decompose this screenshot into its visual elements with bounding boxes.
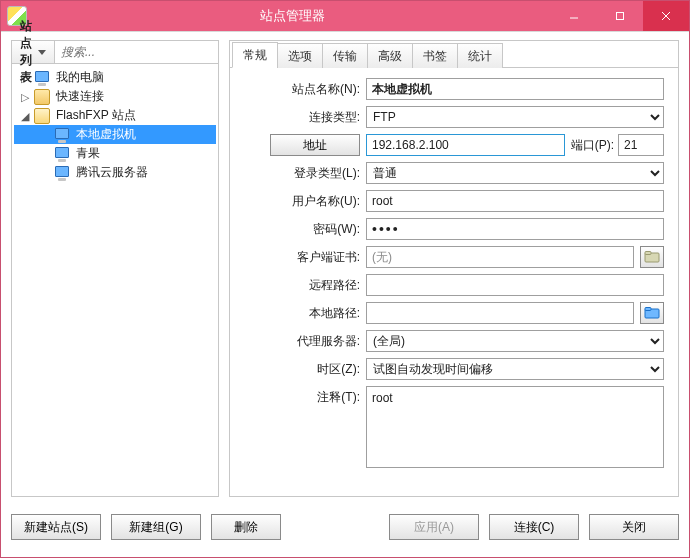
minimize-icon: [569, 11, 579, 21]
apply-button[interactable]: 应用(A): [389, 514, 479, 540]
folder-open-icon: [34, 108, 50, 124]
timezone-select[interactable]: 试图自动发现时间偏移: [366, 358, 664, 380]
site-manager-window: 站点管理器 站点列表: [0, 0, 690, 558]
port-input[interactable]: [618, 134, 664, 156]
computer-icon: [54, 127, 70, 143]
close-icon: [661, 11, 671, 21]
password-input[interactable]: [366, 218, 664, 240]
tree-label: 青果: [74, 144, 102, 163]
delete-button[interactable]: 删除: [211, 514, 281, 540]
tab-advanced[interactable]: 高级: [367, 43, 413, 68]
close-button[interactable]: [643, 1, 689, 31]
tree-node-local-vm[interactable]: 本地虚拟机: [14, 125, 216, 144]
tree-node-qingguo[interactable]: 青果: [14, 144, 216, 163]
window-controls: [551, 1, 689, 31]
site-list-dropdown[interactable]: 站点列表: [12, 41, 55, 63]
tab-options[interactable]: 选项: [277, 43, 323, 68]
notes-textarea[interactable]: [366, 386, 664, 468]
chevron-down-icon: [38, 50, 46, 55]
local-path-label: 本地路径:: [230, 305, 366, 322]
window-body: 站点列表 ▷ 我的电脑 ▷ 快速连接: [1, 31, 689, 557]
address-input[interactable]: [366, 134, 565, 156]
footer: 新建站点(S) 新建组(G) 删除 应用(A) 连接(C) 关闭: [11, 497, 679, 547]
site-tree[interactable]: ▷ 我的电脑 ▷ 快速连接 ◢ FlashFXP 站点: [11, 64, 219, 497]
client-cert-input: [366, 246, 634, 268]
tree-node-tencent[interactable]: 腾讯云服务器: [14, 163, 216, 182]
maximize-button[interactable]: [597, 1, 643, 31]
site-name-label: 站点名称(N):: [230, 81, 366, 98]
left-panel-header: 站点列表: [11, 40, 219, 64]
connect-button[interactable]: 连接(C): [489, 514, 579, 540]
site-name-input[interactable]: [366, 78, 664, 100]
client-cert-browse-button[interactable]: [640, 246, 664, 268]
expand-toggle[interactable]: ◢: [16, 107, 34, 125]
client-cert-label: 客户端证书:: [230, 249, 366, 266]
tab-transfer[interactable]: 传输: [322, 43, 368, 68]
window-title: 站点管理器: [33, 7, 551, 25]
computer-icon: [54, 146, 70, 162]
tree-node-flashfxp[interactable]: ◢ FlashFXP 站点: [14, 106, 216, 125]
folder-icon: [34, 89, 50, 105]
search-input[interactable]: [55, 41, 218, 63]
local-path-input[interactable]: [366, 302, 634, 324]
port-label: 端口(P):: [571, 137, 614, 154]
login-type-select[interactable]: 普通: [366, 162, 664, 184]
new-group-button[interactable]: 新建组(G): [111, 514, 201, 540]
titlebar: 站点管理器: [1, 1, 689, 31]
password-label: 密码(W):: [230, 221, 366, 238]
computer-icon: [54, 165, 70, 181]
tree-label: FlashFXP 站点: [54, 106, 138, 125]
tree-label: 本地虚拟机: [74, 125, 138, 144]
tree-label: 快速连接: [54, 87, 106, 106]
folder-icon: [644, 306, 660, 320]
svg-rect-1: [617, 13, 624, 20]
tree-label: 腾讯云服务器: [74, 163, 150, 182]
proxy-select[interactable]: (全局): [366, 330, 664, 352]
username-input[interactable]: [366, 190, 664, 212]
svg-rect-5: [645, 252, 651, 255]
computer-icon: [34, 70, 50, 86]
address-button[interactable]: 地址: [270, 134, 360, 156]
general-form: 站点名称(N): 连接类型: FTP 地址: [230, 68, 678, 496]
notes-label: 注释(T):: [230, 386, 366, 406]
expand-toggle[interactable]: ▷: [16, 88, 34, 106]
connection-type-label: 连接类型:: [230, 109, 366, 126]
new-site-button[interactable]: 新建站点(S): [11, 514, 101, 540]
tab-stats[interactable]: 统计: [457, 43, 503, 68]
proxy-label: 代理服务器:: [230, 333, 366, 350]
connection-type-select[interactable]: FTP: [366, 106, 664, 128]
remote-path-input[interactable]: [366, 274, 664, 296]
right-panel: 常规 选项 传输 高级 书签 统计 站点名称(N): 连接类型: F: [229, 40, 679, 497]
tree-node-my-computer[interactable]: ▷ 我的电脑: [14, 68, 216, 87]
tab-bookmarks[interactable]: 书签: [412, 43, 458, 68]
left-panel: 站点列表 ▷ 我的电脑 ▷ 快速连接: [11, 40, 219, 497]
login-type-label: 登录类型(L):: [230, 165, 366, 182]
timezone-label: 时区(Z):: [230, 361, 366, 378]
username-label: 用户名称(U):: [230, 193, 366, 210]
local-path-browse-button[interactable]: [640, 302, 664, 324]
minimize-button[interactable]: [551, 1, 597, 31]
remote-path-label: 远程路径:: [230, 277, 366, 294]
tree-node-quick-connect[interactable]: ▷ 快速连接: [14, 87, 216, 106]
browse-icon: [644, 250, 660, 264]
tab-general[interactable]: 常规: [232, 42, 278, 68]
dialog-close-button[interactable]: 关闭: [589, 514, 679, 540]
svg-rect-7: [645, 308, 651, 311]
tab-bar: 常规 选项 传输 高级 书签 统计: [230, 41, 678, 68]
tree-label: 我的电脑: [54, 68, 106, 87]
site-list-label: 站点列表: [20, 18, 34, 86]
maximize-icon: [615, 11, 625, 21]
